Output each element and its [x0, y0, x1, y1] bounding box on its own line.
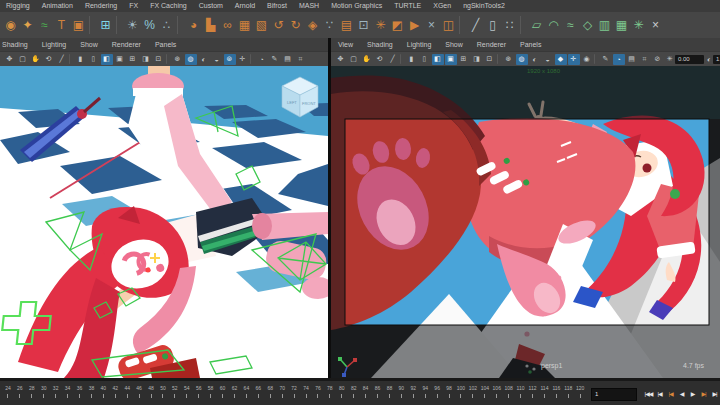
frame-tick[interactable]: 50	[157, 385, 169, 403]
frame-tick[interactable]: 48	[145, 385, 157, 403]
panel-menu-item[interactable]: Shading	[0, 41, 35, 48]
gamma-field[interactable]: ◐ 1.00	[707, 55, 720, 64]
viewport-toggle-icon[interactable]: ⊜	[224, 54, 236, 65]
frame-tick[interactable]: 40	[97, 385, 109, 403]
frame-tick[interactable]: 118	[562, 385, 574, 403]
viewport-toggle-icon[interactable]: ✛	[568, 54, 580, 65]
frame-tick[interactable]: 100	[455, 385, 467, 403]
panel-menu-item[interactable]: Show	[73, 41, 105, 48]
shelf-icon[interactable]: ×	[423, 15, 440, 35]
frame-tick[interactable]: 32	[50, 385, 62, 403]
viewport-toggle-icon[interactable]: ▯	[419, 54, 431, 65]
viewport-toggle-icon[interactable]: ✥	[4, 54, 16, 65]
menu-item[interactable]: Rendering	[79, 0, 123, 12]
menu-item[interactable]: MASH	[293, 0, 325, 12]
shelf-icon[interactable]: ▣	[70, 15, 87, 35]
viewport-toggle-icon[interactable]: ✋	[361, 54, 373, 65]
transport-button[interactable]: ▶	[687, 387, 698, 400]
viewport-toggle-icon[interactable]: ⟲	[374, 54, 386, 65]
exposure-field[interactable]: ✳ 0.00	[667, 55, 704, 64]
viewport-toggle-icon[interactable]	[594, 54, 599, 64]
panel-menu-item[interactable]: Panels	[513, 41, 548, 48]
frame-tick[interactable]: 62	[229, 385, 241, 403]
frame-tick[interactable]: 66	[252, 385, 264, 403]
frame-tick[interactable]: 78	[324, 385, 336, 403]
viewport-toggle-icon[interactable]: ⊞	[458, 54, 470, 65]
shelf-icon[interactable]: %	[141, 15, 158, 35]
right-viewport-canvas[interactable]: 1920 x 1080 persp1 4.7 fps	[331, 66, 720, 378]
viewport-toggle-icon[interactable]: ◐	[529, 54, 541, 65]
shelf-icon[interactable]: ▤	[338, 15, 355, 35]
viewport-toggle-icon[interactable]: ⊞	[127, 54, 139, 65]
frame-tick[interactable]: 114	[538, 385, 550, 403]
shelf-icon[interactable]: ⊡	[355, 15, 372, 35]
menu-item[interactable]: FX	[123, 0, 144, 12]
viewport-toggle-icon[interactable]: ◉	[581, 54, 593, 65]
viewport-toggle-icon[interactable]: ◧	[101, 54, 113, 65]
frame-tick[interactable]: 98	[443, 385, 455, 403]
frame-tick[interactable]: 56	[193, 385, 205, 403]
viewport-toggle-icon[interactable]: ▤	[282, 54, 294, 65]
shelf-icon[interactable]: ▱	[528, 15, 545, 35]
frame-tick[interactable]: 82	[348, 385, 360, 403]
frame-tick[interactable]: 46	[133, 385, 145, 403]
frame-tick[interactable]: 80	[336, 385, 348, 403]
frame-tick[interactable]: 108	[503, 385, 515, 403]
viewport-toggle-icon[interactable]: ✛	[237, 54, 249, 65]
frame-tick[interactable]: 94	[419, 385, 431, 403]
viewport-toggle-icon[interactable]: ◔	[256, 54, 268, 65]
shelf-icon[interactable]	[177, 16, 183, 34]
transport-button[interactable]: ▶|	[709, 387, 720, 400]
viewport-toggle-icon[interactable]: ⌗	[295, 54, 307, 65]
panel-menu-item[interactable]: Renderer	[105, 41, 148, 48]
viewport-toggle-icon[interactable]: ╱	[387, 54, 399, 65]
frame-ticks[interactable]: 2426283032343638404244464850525456586062…	[2, 385, 586, 403]
shelf-icon[interactable]: ▙	[202, 15, 219, 35]
shelf-icon[interactable]: ◫	[440, 15, 457, 35]
viewport-toggle-icon[interactable]: ✎	[269, 54, 281, 65]
viewport-toggle-icon[interactable]: ▤	[626, 54, 638, 65]
shelf-icon[interactable]: ◇	[579, 15, 596, 35]
frame-tick[interactable]: 110	[515, 385, 527, 403]
viewport-toggle-icon[interactable]: ✎	[600, 54, 612, 65]
frame-tick[interactable]: 36	[74, 385, 86, 403]
viewport-toggle-icon[interactable]	[250, 54, 255, 64]
shelf-icon[interactable]: ≈	[562, 15, 579, 35]
panel-menu-item[interactable]: Shading	[360, 41, 400, 48]
viewport-toggle-icon[interactable]	[400, 54, 405, 64]
shelf-icon[interactable]: ◕	[185, 15, 202, 35]
menu-item[interactable]: Rigging	[0, 0, 36, 12]
frame-tick[interactable]: 42	[109, 385, 121, 403]
frame-tick[interactable]: 34	[62, 385, 74, 403]
shelf-icon[interactable]	[520, 16, 526, 34]
menu-item[interactable]: ngSkinTools2	[457, 0, 511, 12]
shelf-icon[interactable]: ↺	[270, 15, 287, 35]
viewport-toggle-icon[interactable]	[69, 54, 74, 64]
frame-tick[interactable]: 72	[288, 385, 300, 403]
menu-item[interactable]: TURTLE	[388, 0, 427, 12]
viewcube-left-label[interactable]: LEFT	[287, 100, 297, 105]
frame-tick[interactable]: 60	[217, 385, 229, 403]
viewport-toggle-icon[interactable]: ◨	[471, 54, 483, 65]
frame-tick[interactable]: 104	[479, 385, 491, 403]
shelf-icon[interactable]: T	[53, 15, 70, 35]
menu-item[interactable]: Animation	[36, 0, 79, 12]
shelf-icon[interactable]: ▧	[253, 15, 270, 35]
frame-tick[interactable]: 64	[240, 385, 252, 403]
shelf-icon[interactable]: ✳	[630, 15, 647, 35]
frame-tick[interactable]: 120	[574, 385, 586, 403]
shelf-icon[interactable]: ◈	[304, 15, 321, 35]
shelf-icon[interactable]: ∷	[501, 15, 518, 35]
viewport-toggle-icon[interactable]	[166, 54, 171, 64]
frame-tick[interactable]: 86	[372, 385, 384, 403]
menu-item[interactable]: FX Caching	[144, 0, 193, 12]
exposure-value[interactable]: 0.00	[675, 55, 704, 64]
frame-tick[interactable]: 26	[14, 385, 26, 403]
current-frame-value[interactable]: 1	[592, 389, 636, 400]
frame-tick[interactable]: 58	[205, 385, 217, 403]
viewport-toggle-icon[interactable]: ▮	[75, 54, 87, 65]
shelf-icon[interactable]: ◉	[2, 15, 19, 35]
viewport-toggle-icon[interactable]: ▣	[114, 54, 126, 65]
shelf-icon[interactable]: ☀	[124, 15, 141, 35]
panel-menu-item[interactable]: Renderer	[470, 41, 513, 48]
